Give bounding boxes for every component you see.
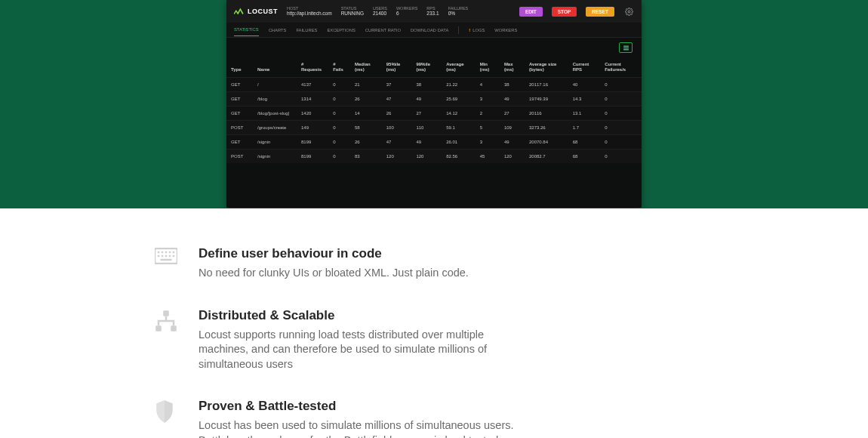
feature-proven: Proven & Battle-tested Locust has been u… [155, 399, 713, 438]
table-toolbar [226, 38, 642, 57]
tab-exceptions[interactable]: Exceptions [327, 24, 355, 36]
stat-rps-value: 233.1 [426, 11, 439, 16]
statistics-table: Type Name # Requests # Fails Median (ms)… [226, 57, 642, 163]
shield-icon [155, 400, 177, 423]
svg-rect-8 [169, 251, 171, 254]
cell-min: 45 [476, 150, 500, 164]
cell-p95: 26 [382, 106, 412, 121]
col-fails[interactable]: # Fails [328, 57, 350, 78]
tab-bar: Statistics Charts Failures Exceptions Cu… [226, 23, 642, 38]
cell-cur_fails: 0 [600, 135, 642, 150]
stat-users-value: 21400 [373, 11, 387, 16]
cell-min: 3 [476, 92, 500, 106]
table-row[interactable]: GET/signin8199026474926.0134920070.84680 [226, 135, 642, 150]
cell-avg: 25.69 [442, 92, 476, 106]
cell-type: GET [226, 78, 253, 92]
cell-requests: 1314 [297, 92, 328, 106]
table-row[interactable]: GET/4137021373821.2243820117.16400 [226, 78, 642, 92]
cell-type: GET [226, 106, 253, 121]
cell-requests: 8199 [297, 135, 328, 150]
stop-button[interactable]: Stop [552, 7, 577, 17]
tab-logs[interactable]: Logs [469, 24, 485, 36]
table-row[interactable]: GET/blog/[post-slug]1420014262714.122272… [226, 106, 642, 121]
cell-p99: 49 [411, 92, 442, 106]
col-p95[interactable]: 95%ile (ms) [382, 57, 412, 78]
locust-logo-icon [234, 8, 245, 15]
cell-p99: 27 [411, 106, 442, 121]
cell-p95: 100 [382, 121, 412, 135]
download-table-button[interactable] [619, 42, 633, 53]
col-cur-rps[interactable]: Current RPS [568, 57, 601, 78]
stat-status: STATUS RUNNING [341, 6, 364, 16]
col-requests[interactable]: # Requests [297, 57, 328, 78]
cell-cur_rps: 14.3 [568, 92, 601, 106]
col-name[interactable]: Name [253, 57, 297, 78]
network-nodes-icon [155, 310, 177, 332]
tab-failures[interactable]: Failures [296, 24, 317, 36]
stat-status-value: RUNNING [341, 11, 364, 16]
tab-workers[interactable]: Workers [494, 24, 517, 36]
stat-failures: FAILURES 0% [448, 6, 469, 16]
col-avg[interactable]: Average (ms) [442, 57, 476, 78]
reset-button[interactable]: Reset [586, 7, 614, 17]
tab-current-ratio[interactable]: Current Ratio [365, 24, 401, 36]
cell-size: 20082.7 [525, 150, 568, 164]
table-row[interactable]: POST/signin819908312012082.564512020082.… [226, 150, 642, 164]
svg-rect-16 [163, 310, 169, 316]
feature-code-body: No need for clunky UIs or bloated XML. J… [199, 266, 469, 281]
col-cur-fails[interactable]: Current Failures/s [600, 57, 642, 78]
cell-cur_fails: 0 [600, 92, 642, 106]
col-max[interactable]: Max (ms) [500, 57, 525, 78]
cell-size: 3273.26 [525, 121, 568, 135]
cell-median: 21 [350, 78, 382, 92]
tab-download-data[interactable]: Download Data [411, 24, 448, 36]
cell-avg: 21.22 [442, 78, 476, 92]
cell-cur_fails: 0 [600, 150, 642, 164]
feature-proven-body: Locust has been used to simulate million… [199, 418, 523, 438]
cell-name: /signin [253, 150, 297, 164]
col-size[interactable]: Average size (bytes) [525, 57, 568, 78]
stat-users: USERS 21400 [373, 6, 387, 16]
cell-avg: 82.56 [442, 150, 476, 164]
table-header: Type Name # Requests # Fails Median (ms)… [226, 57, 642, 78]
settings-gear-icon[interactable] [623, 6, 634, 17]
cell-size: 20116 [525, 106, 568, 121]
table-row[interactable]: GET/blog1314026474925.6934919749.3914.30 [226, 92, 642, 106]
cell-p95: 47 [382, 92, 412, 106]
cell-type: GET [226, 92, 253, 106]
cell-cur_rps: 68 [568, 135, 601, 150]
tab-divider [458, 26, 459, 34]
svg-rect-10 [158, 255, 160, 258]
cell-requests: 1420 [297, 106, 328, 121]
cell-max: 109 [500, 121, 525, 135]
cell-median: 26 [350, 92, 382, 106]
svg-rect-17 [155, 325, 162, 332]
svg-rect-2 [623, 47, 629, 48]
stat-rps: RPS 233.1 [426, 6, 439, 16]
cell-name: /groups/create [253, 121, 297, 135]
cell-cur_rps: 13.1 [568, 106, 601, 121]
col-median[interactable]: Median (ms) [350, 57, 382, 78]
cell-p99: 38 [411, 78, 442, 92]
svg-rect-5 [158, 251, 160, 254]
cell-p99: 49 [411, 135, 442, 150]
svg-point-0 [628, 11, 630, 13]
svg-rect-1 [623, 45, 629, 47]
feature-distributed: Distributed & Scalable Locust supports r… [155, 308, 713, 372]
locust-app-screenshot: LOCUST HOST http://api.initech.com STATU… [226, 0, 642, 208]
tab-statistics[interactable]: Statistics [234, 23, 259, 36]
cell-min: 4 [476, 78, 500, 92]
feature-distributed-title: Distributed & Scalable [199, 308, 523, 323]
col-type[interactable]: Type [226, 57, 253, 78]
cell-fails: 0 [328, 92, 350, 106]
table-body: GET/4137021373821.2243820117.16400GET/bl… [226, 78, 642, 164]
col-p99[interactable]: 99%ile (ms) [411, 57, 442, 78]
tab-charts[interactable]: Charts [269, 24, 287, 36]
svg-rect-13 [169, 255, 171, 258]
cell-name: /blog [253, 92, 297, 106]
col-min[interactable]: Min (ms) [476, 57, 500, 78]
svg-rect-14 [173, 255, 175, 258]
cell-type: GET [226, 135, 253, 150]
table-row[interactable]: POST/groups/create14905810011059.1510932… [226, 121, 642, 135]
edit-button[interactable]: Edit [519, 7, 543, 17]
